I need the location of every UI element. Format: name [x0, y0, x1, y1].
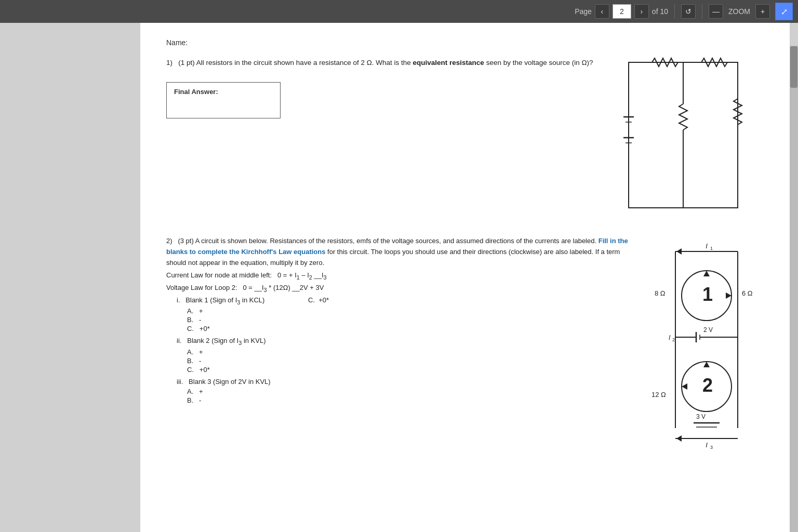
prev-page-button[interactable]: ‹ — [595, 4, 609, 19]
svg-text:8 Ω: 8 Ω — [655, 289, 666, 297]
question-1: 1) (1 pt) All resistors in the circuit s… — [166, 57, 759, 220]
q1-left: 1) (1 pt) All resistors in the circuit s… — [166, 57, 597, 118]
kvl-equation: Voltage Law for Loop 2: 0 = __I3 * (12Ω)… — [166, 284, 634, 293]
q2-header-text: 2) (3 pt) A circuit is shown below. Resi… — [166, 236, 634, 268]
blank2-header: ii. Blank 2 (Sign of I3 in KVL) — [177, 337, 634, 346]
q1-text: 1) (1 pt) All resistors in the circuit s… — [166, 57, 597, 69]
q1-number: 1) — [166, 59, 172, 66]
left-panel — [0, 23, 140, 532]
kcl-equation: Current Law for node at middle left: 0 =… — [166, 271, 634, 281]
blank1-a: A. + — [187, 307, 634, 315]
svg-text:3: 3 — [710, 445, 713, 450]
q1-circuit-diagram — [613, 57, 759, 220]
main-layout: Name: 1) (1 pt) All resistors in the cir… — [0, 23, 798, 532]
svg-text:1: 1 — [710, 246, 713, 251]
blank2-a: A. + — [187, 348, 634, 356]
svg-text:I: I — [706, 242, 708, 250]
page-number-input[interactable] — [613, 4, 631, 19]
svg-marker-48 — [703, 362, 710, 367]
blank2-b: B. - — [187, 357, 634, 365]
svg-text:I: I — [706, 441, 708, 449]
final-answer-box[interactable]: Final Answer: — [166, 82, 281, 118]
svg-text:1: 1 — [702, 284, 713, 305]
blank3-header: iii. Blank 3 (Sign of 2V in KVL) — [177, 378, 634, 385]
svg-text:I: I — [669, 334, 671, 341]
q1-body: (1 pt) All resistors in the circuit show… — [178, 59, 593, 66]
svg-text:6 Ω: 6 Ω — [742, 289, 753, 297]
next-page-button[interactable]: › — [634, 4, 649, 19]
zoom-in-button[interactable]: + — [755, 4, 770, 19]
q2-circuit-diagram: I 1 2 V I 2 — [644, 236, 759, 456]
svg-marker-43 — [676, 435, 682, 442]
page-label: Page — [575, 7, 592, 16]
name-label: Name: — [166, 38, 188, 47]
svg-text:12 Ω: 12 Ω — [651, 391, 666, 398]
blank1-c: C. +0* — [187, 325, 634, 332]
q1-circuit-svg — [613, 57, 748, 218]
q2-layout: 2) (3 pt) A circuit is shown below. Resi… — [166, 236, 759, 456]
blank2-c: C. +0* — [187, 366, 634, 374]
zoom-out-button[interactable]: — — [709, 4, 723, 19]
svg-text:3 V: 3 V — [696, 413, 706, 420]
scrollbar[interactable] — [790, 46, 798, 532]
content-area[interactable]: Name: 1) (1 pt) All resistors in the cir… — [140, 23, 790, 532]
q2-circuit-svg: I 1 2 V I 2 — [644, 236, 759, 454]
blank1-c-answer: C. +0* — [308, 296, 329, 304]
svg-marker-18 — [676, 248, 682, 255]
svg-text:2: 2 — [702, 375, 713, 396]
q2-number: 2) — [166, 237, 172, 245]
final-answer-label: Final Answer: — [174, 88, 273, 96]
q1-layout: 1) (1 pt) All resistors in the circuit s… — [166, 57, 759, 220]
expand-button[interactable]: ⤢ — [775, 3, 793, 20]
svg-marker-49 — [682, 383, 687, 390]
refresh-button[interactable]: ↺ — [681, 4, 696, 19]
blank1-header: i. Blank 1 (Sign of I3 in KCL) C. +0* — [177, 296, 634, 305]
divider2 — [702, 4, 702, 19]
svg-marker-34 — [703, 271, 710, 276]
question-2: 2) (3 pt) A circuit is shown below. Resi… — [166, 236, 759, 456]
svg-text:2: 2 — [672, 337, 675, 342]
name-line: Name: — [166, 38, 759, 47]
q2-text-block: 2) (3 pt) A circuit is shown below. Resi… — [166, 236, 634, 456]
blank3-a: A. + — [187, 388, 634, 395]
scrollbar-thumb[interactable] — [790, 46, 797, 88]
svg-text:2 V: 2 V — [703, 326, 713, 334]
zoom-label: ZOOM — [728, 7, 750, 16]
toolbar: Page ‹ › of 10 ↺ — ZOOM + ⤢ — [0, 0, 798, 23]
svg-marker-35 — [726, 292, 732, 299]
blank1-b: B. - — [187, 316, 634, 324]
total-pages: of 10 — [652, 7, 668, 16]
divider1 — [674, 4, 675, 19]
blank3-b: B. - — [187, 396, 634, 404]
